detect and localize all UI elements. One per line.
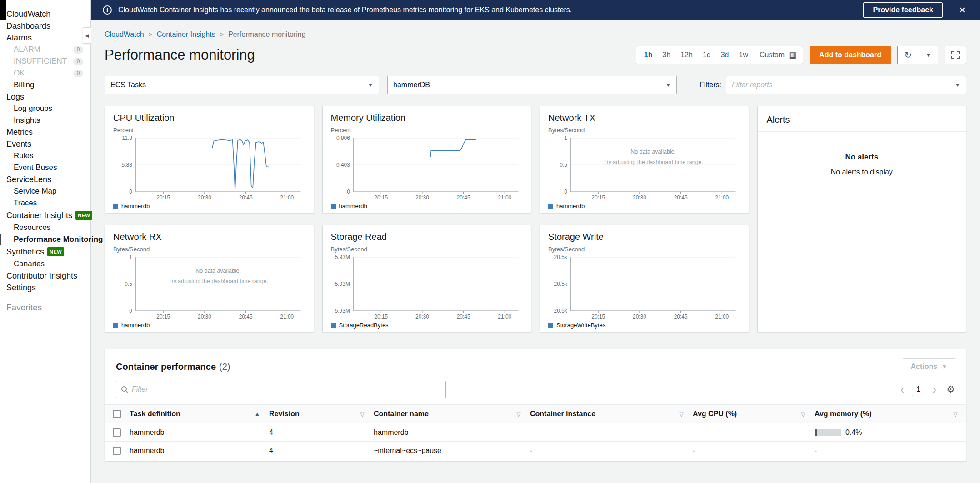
sidebar-item-rules[interactable]: Rules <box>0 150 90 162</box>
chart-plot[interactable]: 5.93M5.93M5.93M20:1520:3020:4521:00 <box>331 254 523 322</box>
previous-page-icon[interactable]: ‹ <box>900 383 905 395</box>
refresh-button[interactable]: ↻ <box>897 46 919 64</box>
column-header-task-definition[interactable]: Task definition▲ <box>129 405 268 423</box>
sidebar-item-traces[interactable]: Traces <box>0 197 90 209</box>
avg-cpu-cell: - <box>692 447 814 455</box>
sidebar-item-insufficient[interactable]: INSUFFICIENT0 <box>0 55 90 67</box>
sidebar-item-performance-monitoring[interactable]: Performance Monitoring <box>0 234 90 245</box>
chart-title: CPU Utilization <box>113 113 305 123</box>
svg-text:5.88: 5.88 <box>122 162 133 168</box>
sidebar-item-log-groups[interactable]: Log groups <box>0 103 90 115</box>
row-checkbox[interactable] <box>113 447 121 455</box>
provide-feedback-button[interactable]: Provide feedback <box>863 2 943 18</box>
banner-close-icon[interactable]: × <box>956 5 968 15</box>
sidebar-item-settings[interactable]: Settings <box>0 282 90 294</box>
filter-reports-input[interactable] <box>726 81 966 89</box>
row-checkbox[interactable] <box>113 428 121 437</box>
sidebar-item-ok[interactable]: OK0 <box>0 67 90 79</box>
sidebar-collapse-button[interactable]: ◀ <box>83 27 91 44</box>
chart-plot[interactable]: 11.85.88020:1520:3020:4521:00 <box>113 134 305 203</box>
table-filter-input[interactable] <box>132 385 441 393</box>
page-number[interactable]: 1 <box>912 383 925 396</box>
breadcrumb-container-insights[interactable]: Container Insights <box>157 30 215 39</box>
sidebar-item-logs[interactable]: Logs <box>0 91 90 103</box>
filter-icon[interactable]: ▽ <box>516 411 521 418</box>
chevron-down-icon: ▼ <box>665 82 671 88</box>
sidebar-item-metrics[interactable]: Metrics <box>0 126 90 138</box>
new-badge: NEW <box>47 247 64 256</box>
container-instance-cell: - <box>529 428 692 437</box>
filter-icon[interactable]: ▽ <box>679 411 684 418</box>
chevron-down-icon: ▼ <box>368 82 373 88</box>
breadcrumb-cloudwatch[interactable]: CloudWatch <box>105 30 144 39</box>
chart-legend[interactable]: hammerdb <box>113 203 305 209</box>
resource-group-select[interactable]: hammerDB ▼ <box>387 76 677 94</box>
column-header-label: Container name <box>374 410 429 418</box>
actions-button[interactable]: Actions ▼ <box>903 358 955 375</box>
column-header-container-instance[interactable]: Container instance▽ <box>529 405 692 423</box>
sidebar-item-synthetics[interactable]: SyntheticsNEW <box>0 245 90 258</box>
legend-label: hammerdb <box>339 203 367 209</box>
sidebar-item-label: Alarms <box>6 34 32 42</box>
sidebar-item-canaries[interactable]: Canaries <box>0 258 90 270</box>
sidebar-item-servicelens[interactable]: ServiceLens <box>0 174 90 185</box>
avg-memory-cell: 0.4% <box>814 428 966 437</box>
time-range-3d[interactable]: 3d <box>716 51 734 59</box>
chart-legend[interactable]: hammerdb <box>113 322 305 329</box>
chart-legend[interactable]: hammerdb <box>331 203 523 209</box>
column-header-container-name[interactable]: Container name▽ <box>373 405 529 423</box>
table-row[interactable]: hammerdb4hammerdb--0.4% <box>105 423 966 442</box>
time-range-1h[interactable]: 1h <box>639 51 658 59</box>
fullscreen-button[interactable] <box>945 46 966 64</box>
sidebar-item-alarm[interactable]: ALARM0 <box>0 44 90 55</box>
time-range-12h[interactable]: 12h <box>675 51 698 59</box>
sidebar-item-label: Insights <box>14 116 40 124</box>
sidebar-item-billing[interactable]: Billing <box>0 79 90 91</box>
select-all-checkbox[interactable] <box>113 410 121 418</box>
refresh-options-button[interactable]: ▼ <box>919 46 938 64</box>
sidebar-item-contributor-insights[interactable]: Contributor Insights <box>0 270 90 282</box>
resource-type-value: ECS Tasks <box>110 81 146 89</box>
chart-plot[interactable]: 0.8060.403020:1520:3020:4521:00 <box>331 134 523 203</box>
chart-plot[interactable]: 20.5k20.5k20.5k20:1520:3020:4521:00 <box>548 254 740 322</box>
add-to-dashboard-button[interactable]: Add to dashboard <box>810 46 891 64</box>
column-header-avg-cpu[interactable]: Avg CPU (%)▽ <box>692 405 814 423</box>
chart-plot[interactable]: 10.5020:1520:3020:4521:00No data availab… <box>548 134 740 203</box>
filter-icon[interactable]: ▽ <box>801 411 805 418</box>
legend-swatch-icon <box>113 204 118 209</box>
svg-text:5.93M: 5.93M <box>335 254 350 260</box>
sidebar-item-service-map[interactable]: Service Map <box>0 185 90 197</box>
time-range-1d[interactable]: 1d <box>698 51 716 59</box>
time-range-1w[interactable]: 1w <box>734 51 753 59</box>
sidebar-item-cloudwatch[interactable]: CloudWatch <box>0 8 90 20</box>
chart-plot[interactable]: 10.5020:1520:3020:4521:00No data availab… <box>113 254 305 322</box>
sort-ascending-icon[interactable]: ▲ <box>255 411 260 417</box>
sidebar-item-resources[interactable]: Resources <box>0 222 90 234</box>
time-range-3h[interactable]: 3h <box>657 51 675 59</box>
next-page-icon[interactable]: › <box>933 383 937 395</box>
sidebar-item-insights[interactable]: Insights <box>0 115 90 126</box>
sidebar-item-dashboards[interactable]: Dashboards <box>0 20 90 32</box>
sidebar-item-alarms[interactable]: Alarms <box>0 32 90 44</box>
avg-memory-value: - <box>815 447 817 455</box>
chart-unit-label: Bytes/Second <box>113 246 305 253</box>
chart-legend[interactable]: StorageWriteBytes <box>548 322 740 329</box>
column-header-avg-memory[interactable]: Avg memory (%)▽ <box>814 405 966 423</box>
alerts-panel: Alerts No alerts No alerts to display <box>757 106 967 332</box>
time-range-custom[interactable]: Custom ▦ <box>753 50 800 60</box>
svg-text:0: 0 <box>564 189 567 195</box>
sidebar-item-event-buses[interactable]: Event Buses <box>0 162 90 174</box>
announcement-banner: i CloudWatch Container Insights has rece… <box>91 0 980 20</box>
filter-icon[interactable]: ▽ <box>360 411 365 418</box>
sidebar-item-events[interactable]: Events <box>0 138 90 150</box>
chart-card-network-tx: Network TXBytes/Second10.5020:1520:3020:… <box>540 106 749 213</box>
svg-text:21:00: 21:00 <box>715 314 729 320</box>
chart-legend[interactable]: hammerdb <box>548 203 740 209</box>
filter-icon[interactable]: ▽ <box>953 411 958 418</box>
table-settings-gear-icon[interactable]: ⚙ <box>946 384 955 395</box>
chart-legend[interactable]: StorageReadBytes <box>331 322 523 329</box>
sidebar-item-container-insights[interactable]: Container InsightsNEW <box>0 209 90 222</box>
table-row[interactable]: hammerdb4~internal~ecs~pause--- <box>105 442 966 460</box>
column-header-revision[interactable]: Revision▽ <box>268 405 373 423</box>
resource-type-select[interactable]: ECS Tasks ▼ <box>105 76 379 94</box>
